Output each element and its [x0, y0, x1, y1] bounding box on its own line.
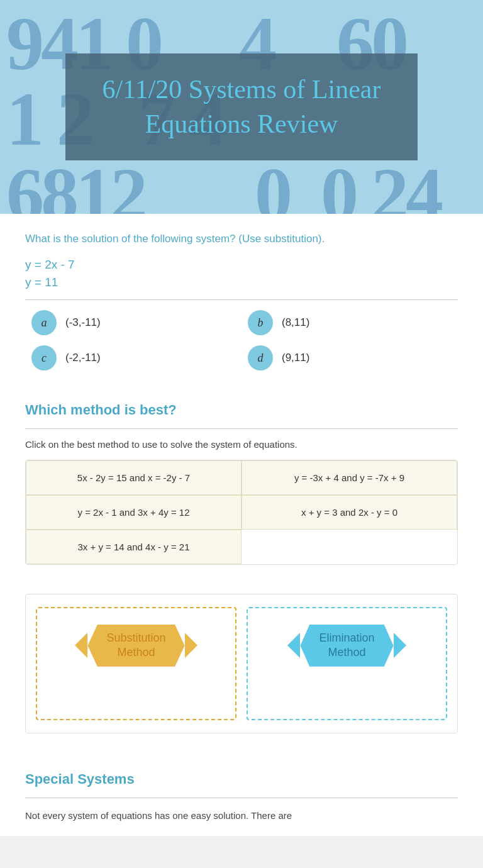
special-systems-divider	[25, 798, 458, 798]
option-d-circle: d	[248, 345, 273, 370]
option-b-letter: b	[258, 316, 264, 330]
option-c-circle: c	[31, 345, 57, 370]
special-systems-text: Not every system of equations has one ea…	[25, 808, 458, 823]
option-b[interactable]: b (8,11)	[248, 310, 452, 335]
which-method-heading: Which method is best?	[25, 402, 458, 418]
option-b-value: (8,11)	[282, 316, 309, 329]
method-grid: 5x - 2y = 15 and x = -2y - 7 y = -3x + 4…	[26, 460, 457, 564]
option-d-letter: d	[258, 352, 264, 365]
drop-zone-section: SubstitutionMethod EliminationMethod	[0, 584, 483, 752]
main-content: What is the solution of the following sy…	[0, 214, 483, 836]
method-grid-container: 5x - 2y = 15 and x = -2y - 7 y = -3x + 4…	[25, 460, 458, 565]
method-cell-0[interactable]: 5x - 2y = 15 and x = -2y - 7	[26, 460, 242, 495]
substitution-arrow-right	[185, 633, 197, 658]
substitution-banner-wrapper: SubstitutionMethod	[75, 625, 197, 667]
equation1: y = 2x - 7	[25, 258, 458, 272]
option-d-value: (9,11)	[282, 352, 309, 364]
elimination-banner-wrapper: EliminationMethod	[287, 625, 406, 667]
header: 941 0 4 60 1 2 7 4 6812 0 0 24 112458 11…	[0, 0, 483, 214]
substitution-arrow-left	[75, 633, 87, 658]
special-systems-section: Special Systems Not every system of equa…	[0, 752, 483, 836]
option-c-value: (-2,-11)	[65, 352, 101, 364]
which-method-divider	[25, 428, 458, 429]
equation2: y = 11	[25, 275, 458, 289]
method-cell-3[interactable]: x + y = 3 and 2x - y = 0	[242, 495, 457, 530]
elimination-drop-zone[interactable]: EliminationMethod	[247, 607, 447, 720]
method-cell-2[interactable]: y = 2x - 1 and 3x + 4y = 12	[26, 495, 242, 530]
elimination-label: EliminationMethod	[300, 625, 393, 667]
option-a[interactable]: a (-3,-11)	[31, 310, 235, 335]
question1-divider	[25, 299, 458, 300]
options-grid: a (-3,-11) b (8,11) c (-2,-11) d (9,11)	[25, 310, 458, 370]
which-method-section: Which method is best? Click on the best …	[0, 389, 483, 584]
question1-section: What is the solution of the following sy…	[0, 214, 483, 389]
option-a-value: (-3,-11)	[65, 316, 101, 329]
drop-zones-container: SubstitutionMethod EliminationMethod	[25, 594, 458, 733]
option-c[interactable]: c (-2,-11)	[31, 345, 235, 370]
header-title-box: 6/11/20 Systems of Linear Equations Revi…	[65, 53, 418, 160]
method-cell-1[interactable]: y = -3x + 4 and y = -7x + 9	[242, 460, 457, 495]
option-c-letter: c	[42, 352, 47, 365]
option-a-letter: a	[42, 316, 47, 330]
special-systems-heading: Special Systems	[25, 771, 458, 787]
elimination-arrow-right	[394, 633, 406, 658]
question1-text: What is the solution of the following sy…	[25, 233, 458, 245]
option-d[interactable]: d (9,11)	[248, 345, 452, 370]
instruction-text: Click on the best method to use to solve…	[25, 439, 458, 450]
substitution-drop-zone[interactable]: SubstitutionMethod	[36, 607, 236, 720]
elimination-arrow-left	[287, 633, 300, 658]
method-cell-4[interactable]: 3x + y = 14 and 4x - y = 21	[26, 530, 242, 564]
page-title: 6/11/20 Systems of Linear Equations Revi…	[97, 72, 386, 141]
option-b-circle: b	[248, 310, 273, 335]
substitution-label: SubstitutionMethod	[87, 625, 184, 667]
option-a-circle: a	[31, 310, 57, 335]
